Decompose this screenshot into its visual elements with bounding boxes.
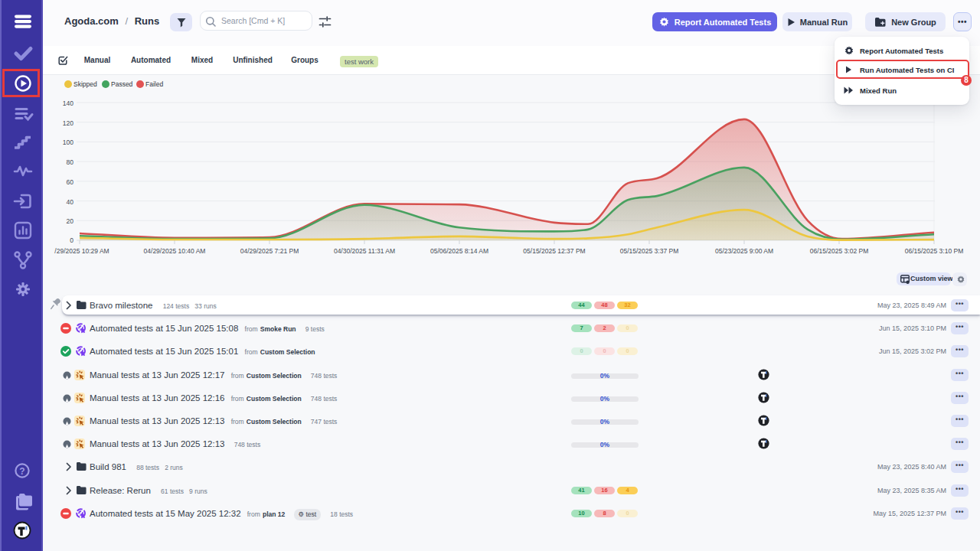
- svg-text:120: 120: [63, 119, 74, 127]
- svg-text:20: 20: [67, 217, 74, 225]
- svg-text:0: 0: [70, 236, 74, 244]
- svg-text:80: 80: [67, 158, 74, 166]
- svg-text:05/15/2025 12:37 PM: 05/15/2025 12:37 PM: [523, 247, 585, 255]
- svg-text:05/23/2025 9:00 AM: 05/23/2025 9:00 AM: [715, 247, 773, 255]
- svg-text:06/15/2025 3:10 PM: 06/15/2025 3:10 PM: [905, 247, 964, 255]
- svg-text:05/15/2025 3:37 PM: 05/15/2025 3:37 PM: [620, 247, 679, 255]
- svg-text:100: 100: [63, 139, 74, 146]
- svg-text:04/29/2025 7:21 PM: 04/29/2025 7:21 PM: [240, 247, 299, 255]
- svg-text:05/06/2025 8:14 AM: 05/06/2025 8:14 AM: [430, 247, 488, 255]
- svg-text:?: ?: [19, 466, 24, 477]
- svg-text:60: 60: [67, 178, 74, 186]
- svg-text:/29/2025 10:29 AM: /29/2025 10:29 AM: [54, 247, 109, 255]
- svg-text:04/30/2025 11:31 AM: 04/30/2025 11:31 AM: [334, 247, 395, 255]
- svg-text:06/15/2025 3:02 PM: 06/15/2025 3:02 PM: [810, 247, 869, 255]
- svg-text:04/29/2025 10:40 AM: 04/29/2025 10:40 AM: [144, 247, 206, 255]
- svg-text:140: 140: [63, 99, 74, 107]
- svg-text:40: 40: [67, 198, 74, 206]
